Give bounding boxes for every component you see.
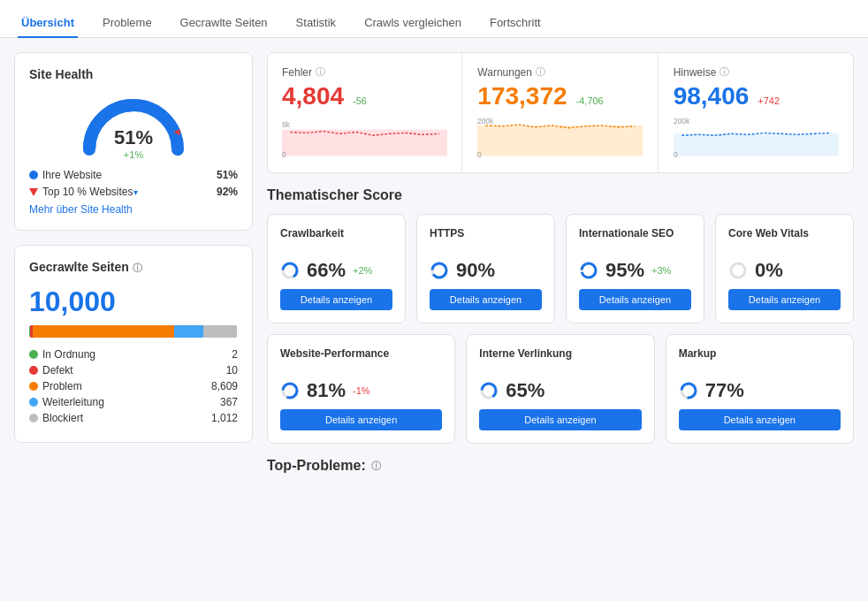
details-btn-cwv[interactable]: Details anzeigen bbox=[728, 289, 841, 310]
svg-point-17 bbox=[582, 263, 596, 278]
nav-fortschritt[interactable]: Fortschritt bbox=[486, 9, 544, 38]
stat-value-weiterleitung: 367 bbox=[220, 396, 238, 408]
score-card-internationale-seo: Internationale SEO 95% +3% Details anzei… bbox=[566, 214, 704, 323]
stat-value-defekt: 10 bbox=[226, 364, 238, 377]
metric-warnungen: Warnungen ⓘ 173,372 -4,706 200k 0 bbox=[463, 53, 658, 172]
site-health-card: Site Health 51% +1% ◄ bbox=[14, 52, 253, 231]
fehler-value-row: 4,804 -56 bbox=[282, 82, 447, 110]
score-title-int-seo: Internationale SEO bbox=[579, 227, 691, 252]
legend-value-website: 51% bbox=[217, 169, 238, 181]
score-title-cwv: Core Web Vitals bbox=[728, 227, 841, 252]
score-circle-wp bbox=[280, 381, 300, 400]
stat-row-blockiert: Blockiert 1,012 bbox=[29, 412, 238, 424]
svg-text:0: 0 bbox=[282, 150, 286, 159]
score-card-interne-verlinkung: Interne Verlinkung 65% Details anzeigen bbox=[466, 334, 654, 444]
donut-center: 51% +1% bbox=[114, 126, 153, 158]
nav-probleme[interactable]: Probleme bbox=[99, 9, 156, 38]
hinweise-chart: 200k 0 bbox=[674, 116, 839, 160]
stat-text-defekt: Defekt bbox=[42, 364, 73, 377]
stat-value-blockiert: 1,012 bbox=[211, 412, 238, 424]
details-btn-markup[interactable]: Details anzeigen bbox=[679, 409, 841, 430]
top10-dropdown-arrow[interactable]: ▾ bbox=[133, 187, 138, 197]
top-probleme-title: Top-Probleme: ⓘ bbox=[267, 458, 854, 474]
warnungen-chart: 200k 0 bbox=[477, 116, 643, 160]
stat-label-problem: Problem bbox=[29, 380, 82, 392]
arrow-indicator: ◄ bbox=[171, 126, 182, 138]
nav-ubersicht[interactable]: Übersicht bbox=[18, 9, 78, 38]
bar-weiterleitung bbox=[174, 325, 203, 338]
stat-text-problem: Problem bbox=[42, 380, 82, 392]
score-circle-int-seo bbox=[579, 261, 598, 280]
site-health-title: Site Health bbox=[29, 67, 238, 81]
top-probleme-info-icon[interactable]: ⓘ bbox=[371, 460, 381, 473]
left-column: Site Health 51% +1% ◄ bbox=[14, 52, 253, 590]
donut-wrap: 51% +1% ◄ bbox=[76, 92, 191, 158]
legend-text-website: Ihre Website bbox=[42, 169, 102, 181]
legend-triangle-red bbox=[29, 188, 38, 196]
nav-crawls-vergleichen[interactable]: Crawls vergleichen bbox=[361, 9, 465, 38]
score-title-https: HTTPS bbox=[430, 227, 542, 252]
gecrawlte-count: 10,000 bbox=[29, 285, 238, 318]
warnungen-info-icon[interactable]: ⓘ bbox=[536, 65, 545, 79]
legend-label-website: Ihre Website bbox=[29, 169, 102, 181]
legend-value-top10: 92% bbox=[217, 186, 238, 198]
warnungen-value: 173,372 bbox=[477, 82, 567, 110]
gecrawlte-info-icon[interactable]: ⓘ bbox=[133, 262, 142, 273]
stat-row-defekt: Defekt 10 bbox=[29, 364, 238, 377]
stat-label-blockiert: Blockiert bbox=[29, 412, 83, 424]
dot-weiterleitung bbox=[29, 398, 38, 407]
stat-label-weiterleitung: Weiterleitung bbox=[29, 396, 104, 408]
bar-blockiert bbox=[203, 325, 237, 338]
details-btn-crawlbarkeit[interactable]: Details anzeigen bbox=[280, 289, 392, 310]
score-circle-https bbox=[430, 261, 449, 280]
svg-rect-6 bbox=[477, 126, 643, 156]
score-circle-cwv bbox=[728, 261, 748, 280]
donut-percent: 51% bbox=[114, 126, 153, 149]
svg-text:8k: 8k bbox=[282, 120, 291, 129]
fehler-info-icon[interactable]: ⓘ bbox=[316, 65, 325, 79]
stat-row-weiterleitung: Weiterleitung 367 bbox=[29, 396, 238, 408]
hinweise-info-icon[interactable]: ⓘ bbox=[720, 65, 729, 79]
score-title-markup: Markup bbox=[679, 347, 841, 372]
crawl-bar bbox=[29, 325, 238, 338]
details-btn-wp[interactable]: Details anzeigen bbox=[280, 409, 442, 430]
stat-label-defekt: Defekt bbox=[29, 364, 73, 377]
score-title-crawlbarkeit: Crawlbarkeit bbox=[280, 227, 392, 252]
score-pct-row-iv: 65% bbox=[479, 379, 641, 402]
main-content: Site Health 51% +1% ◄ bbox=[0, 38, 868, 601]
score-pct-crawlbarkeit: 66% bbox=[307, 259, 346, 282]
svg-text:0: 0 bbox=[477, 150, 482, 159]
score-section: Thematischer Score Crawlbarkeit 66% +2% … bbox=[267, 187, 854, 444]
svg-text:200k: 200k bbox=[477, 117, 494, 126]
score-circle-crawlbarkeit bbox=[280, 261, 300, 280]
stat-row-ordnung: In Ordnung 2 bbox=[29, 348, 238, 361]
stat-text-weiterleitung: Weiterleitung bbox=[42, 396, 104, 408]
score-pct-row-wp: 81% -1% bbox=[280, 379, 442, 402]
fehler-label: Fehler ⓘ bbox=[282, 65, 447, 79]
score-pct-markup: 77% bbox=[705, 379, 744, 402]
mehr-link[interactable]: Mehr über Site Health bbox=[29, 203, 238, 216]
dot-ordnung bbox=[29, 350, 38, 359]
nav-statistik[interactable]: Statistik bbox=[293, 9, 340, 38]
score-delta-int-seo: +3% bbox=[651, 265, 671, 276]
metric-fehler: Fehler ⓘ 4,804 -56 8k 0 bbox=[268, 53, 462, 172]
score-card-core-web-vitals: Core Web Vitals 0% Details anzeigen bbox=[715, 214, 854, 323]
details-btn-iv[interactable]: Details anzeigen bbox=[479, 409, 641, 430]
stat-text-blockiert: Blockiert bbox=[42, 412, 83, 424]
score-card-crawlbarkeit: Crawlbarkeit 66% +2% Details anzeigen bbox=[267, 214, 406, 323]
nav-gecrawlte-seiten[interactable]: Gecrawlte Seiten bbox=[177, 9, 271, 38]
svg-text:200k: 200k bbox=[674, 117, 690, 126]
score-pct-int-seo: 95% bbox=[605, 259, 644, 282]
score-circle-iv bbox=[479, 381, 499, 400]
warnungen-value-row: 173,372 -4,706 bbox=[477, 82, 643, 110]
hinweise-delta: +742 bbox=[758, 95, 780, 106]
score-card-website-performance: Website-Performance 81% -1% Details anze… bbox=[267, 334, 455, 444]
score-pct-row-https: 90% bbox=[430, 259, 542, 282]
score-pct-cwv: 0% bbox=[755, 259, 783, 282]
hinweise-label: Hinweise ⓘ bbox=[674, 65, 839, 79]
details-btn-int-seo[interactable]: Details anzeigen bbox=[579, 289, 691, 310]
details-btn-https[interactable]: Details anzeigen bbox=[430, 289, 542, 310]
navigation: Übersicht Probleme Gecrawlte Seiten Stat… bbox=[0, 0, 868, 38]
stat-text-ordnung: In Ordnung bbox=[42, 348, 95, 361]
dot-blockiert bbox=[29, 414, 38, 422]
